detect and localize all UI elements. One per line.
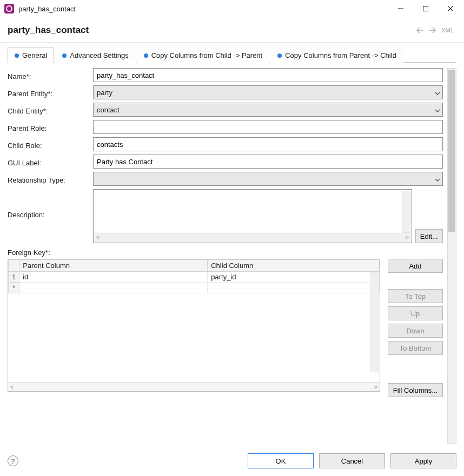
combo-value: contact — [97, 106, 435, 114]
fk-child-cell[interactable] — [208, 283, 380, 293]
bullet-icon — [144, 53, 148, 58]
fk-row-index: 1 — [9, 272, 19, 283]
tab-copy-child-parent[interactable]: Copy Columns from Child -> Parent — [137, 48, 270, 63]
child-entity-select[interactable]: contact — [93, 103, 443, 117]
scroll-left-icon[interactable]: < — [10, 384, 14, 390]
parent-entity-select[interactable]: party — [93, 85, 443, 99]
label-relationship-type: Relationship Type: — [8, 174, 93, 184]
window-minimize-button[interactable] — [388, 1, 413, 17]
fk-table-horizontal-scrollbar[interactable]: < > — [8, 382, 380, 391]
scroll-right-icon[interactable]: > — [406, 234, 409, 240]
name-input[interactable] — [93, 68, 443, 82]
fk-button-group: Add To Top Up Down To Bottom Fill Column… — [388, 259, 443, 397]
fk-parent-cell[interactable] — [19, 283, 208, 293]
fill-columns-button[interactable]: Fill Columns... — [388, 383, 443, 397]
bullet-icon — [62, 53, 67, 58]
up-button[interactable]: Up — [388, 306, 443, 320]
bullet-icon — [15, 53, 19, 58]
gui-label-input[interactable] — [93, 155, 443, 169]
add-button[interactable]: Add — [388, 259, 443, 273]
fk-child-column-header[interactable]: Child Column — [208, 260, 380, 272]
label-gui-label: GUI Label: — [8, 157, 93, 167]
label-parent-entity: Parent Entity*: — [8, 88, 93, 98]
help-icon[interactable]: ? — [8, 455, 18, 466]
page-header: party_has_contact XML — [0, 17, 464, 43]
table-row[interactable]: * — [9, 283, 380, 293]
textarea-horizontal-scrollbar[interactable]: < > — [95, 233, 410, 242]
edit-description-button[interactable]: Edit... — [415, 229, 443, 243]
cancel-button[interactable]: Cancel — [319, 453, 385, 468]
form-body: Name*: Parent Entity*: party Child Entit… — [8, 68, 447, 444]
fk-parent-column-header[interactable]: Parent Column — [19, 260, 208, 272]
tab-label: General — [22, 51, 47, 59]
svg-rect-0 — [423, 6, 428, 11]
label-child-entity: Child Entity*: — [8, 105, 93, 115]
form-vertical-scrollbar[interactable] — [447, 68, 456, 444]
tab-general[interactable]: General — [8, 48, 54, 63]
chevron-down-icon — [435, 106, 440, 114]
tab-copy-parent-child[interactable]: Copy Columns from Parent -> Child — [270, 48, 403, 63]
label-child-role: Child Role: — [8, 139, 93, 150]
fk-child-cell[interactable]: party_id — [208, 272, 380, 283]
relationship-type-select[interactable] — [93, 172, 443, 186]
to-top-button[interactable]: To Top — [388, 289, 443, 303]
tab-label: Advanced Settings — [70, 51, 128, 59]
textarea-vertical-scrollbar[interactable] — [402, 191, 410, 233]
label-parent-role: Parent Role: — [8, 122, 93, 132]
scrollbar-thumb[interactable] — [448, 70, 455, 232]
fk-table-vertical-scrollbar[interactable] — [370, 272, 379, 372]
label-foreign-key: Foreign Key*: — [8, 249, 443, 257]
page-title: party_has_contact — [8, 25, 89, 36]
window-title: party_has_contact — [18, 5, 76, 13]
window-titlebar: party_has_contact — [0, 0, 464, 17]
tab-advanced-settings[interactable]: Advanced Settings — [55, 48, 135, 63]
down-button[interactable]: Down — [388, 324, 443, 338]
description-textarea[interactable]: < > — [93, 189, 412, 243]
scroll-right-icon[interactable]: > — [374, 384, 377, 390]
label-description: Description: — [8, 189, 93, 219]
apply-button[interactable]: Apply — [390, 453, 456, 468]
scroll-left-icon[interactable]: < — [96, 234, 100, 240]
to-bottom-button[interactable]: To Bottom — [388, 341, 443, 355]
label-name: Name*: — [8, 70, 93, 81]
fk-row-index: * — [9, 283, 19, 293]
fk-parent-cell[interactable]: id — [19, 272, 208, 283]
bullet-icon — [277, 53, 282, 58]
fk-rowheader-column[interactable] — [9, 260, 19, 272]
foreign-key-table: Parent Column Child Column 1 id party_id — [8, 259, 380, 392]
dialog-button-bar: ? OK Cancel Apply — [0, 444, 464, 476]
ok-button[interactable]: OK — [248, 453, 314, 468]
window-maximize-button[interactable] — [413, 1, 438, 17]
tab-label: Copy Columns from Child -> Parent — [151, 51, 263, 59]
parent-role-input[interactable] — [93, 120, 443, 134]
tab-bar: General Advanced Settings Copy Columns f… — [0, 43, 464, 62]
tab-label: Copy Columns from Parent -> Child — [285, 51, 396, 59]
xml-link[interactable]: XML — [439, 26, 456, 35]
chevron-down-icon — [435, 89, 440, 97]
child-role-input[interactable] — [93, 137, 443, 151]
nav-forward-icon[interactable] — [426, 26, 438, 35]
window-close-button[interactable] — [438, 1, 463, 17]
nav-back-icon[interactable] — [414, 26, 426, 35]
chevron-down-icon — [435, 175, 440, 183]
app-icon — [4, 4, 14, 14]
combo-value: party — [97, 89, 435, 97]
table-row[interactable]: 1 id party_id — [9, 272, 380, 283]
